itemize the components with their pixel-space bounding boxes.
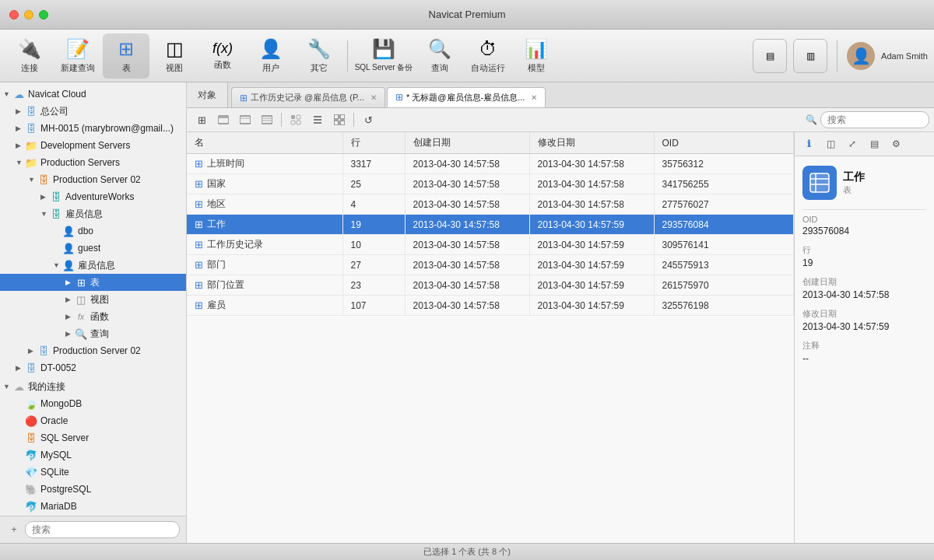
cell-modified: 2013-04-30 14:57:59: [529, 215, 654, 235]
sidebar-item-my-connections[interactable]: ☁ 我的连接: [0, 378, 186, 395]
cell-name: ⊞ 地区: [187, 194, 342, 215]
toolbar-btn-sqlserver-backup[interactable]: 💾 SQL Server 备份: [353, 33, 415, 79]
rp-btn-expand[interactable]: ⤢: [843, 135, 862, 152]
sidebar-item-employee-info-db[interactable]: 🗄 雇员信息: [0, 205, 186, 222]
tab-history-close[interactable]: ✕: [370, 93, 377, 102]
sidebar-item-guest[interactable]: 👤 guest: [0, 240, 186, 257]
sidebar-item-functions[interactable]: fx 函数: [0, 308, 186, 325]
toolbar-btn-model[interactable]: 📊 模型: [513, 33, 560, 79]
row-name-text: 工作: [207, 218, 226, 231]
toolbar-btn-query[interactable]: 🔍 查询: [416, 33, 463, 79]
sidebar-item-dt0052[interactable]: 🗄 DT-0052: [0, 359, 186, 376]
view-toggle-1[interactable]: ▤: [753, 39, 787, 73]
sub-btn-3[interactable]: [257, 110, 277, 129]
sub-btn-grid[interactable]: ⊞: [191, 110, 212, 129]
sidebar-item-dev-servers[interactable]: 📁 Development Servers: [0, 137, 186, 154]
cell-rows: 107: [342, 296, 405, 316]
traffic-lights[interactable]: [9, 10, 48, 19]
table-row[interactable]: ⊞ 部门位置 23 2013-04-30 14:57:58 2013-04-30…: [187, 275, 794, 296]
sub-btn-5[interactable]: [307, 110, 328, 129]
user-label: 用户: [262, 62, 279, 74]
tab-history-label: 工作历史记录 @雇员信息 (P...: [251, 92, 364, 103]
sidebar-item-sql-server[interactable]: 🗄 SQL Server: [0, 429, 186, 446]
row-name-text: 部门位置: [207, 278, 244, 292]
expand-arrow-tables: [65, 278, 75, 286]
table-row[interactable]: ⊞ 上班时间 3317 2013-04-30 14:57:58 2013-04-…: [187, 154, 794, 174]
sidebar-item-dbo[interactable]: 👤 dbo: [0, 222, 186, 240]
toolbar-btn-auto-run[interactable]: ⏱ 自动运行: [465, 33, 511, 79]
sidebar-item-mh0015[interactable]: 🗄 MH-0015 (marybrown@gmail...): [0, 120, 186, 137]
sub-btn-4[interactable]: [286, 110, 306, 129]
sidebar-item-prod-servers[interactable]: 📁 Production Servers: [0, 154, 186, 171]
tab-untitled-close[interactable]: ✕: [531, 93, 537, 102]
sub-btn-6[interactable]: [329, 110, 349, 129]
toolbar-btn-other[interactable]: 🔧 其它: [296, 33, 342, 79]
sidebar-item-views[interactable]: ◫ 视图: [0, 291, 186, 308]
sidebar-item-prod-server-02b[interactable]: 🗄 Production Server 02: [0, 342, 186, 359]
view-toggle-2[interactable]: ▥: [793, 39, 827, 73]
row-name-text: 部门: [207, 258, 226, 271]
rp-btn-info[interactable]: ℹ: [799, 135, 818, 152]
sidebar-search-input[interactable]: [25, 521, 180, 538]
toolbar-btn-new-query[interactable]: 📝 新建查询: [54, 33, 101, 79]
user-icon: 👤: [259, 38, 283, 60]
table-row[interactable]: ⊞ 工作历史记录 10 2013-04-30 14:57:58 2013-04-…: [187, 235, 794, 255]
sidebar-item-label: Production Server 02: [53, 174, 141, 185]
table-row[interactable]: ⊞ 雇员 107 2013-04-30 14:57:58 2013-04-30 …: [187, 296, 794, 316]
tab-history[interactable]: ⊞ 工作历史记录 @雇员信息 (P... ✕: [231, 87, 385, 107]
toolbar-btn-connect[interactable]: 🔌 连接: [6, 33, 53, 79]
sidebar-item-prod-server-02[interactable]: 🗄 Production Server 02: [0, 171, 186, 188]
toolbar-btn-user[interactable]: 👤 用户: [248, 33, 294, 79]
table-row[interactable]: ⊞ 部门 27 2013-04-30 14:57:58 2013-04-30 1…: [187, 255, 794, 275]
table-main: 名 行 创建日期 修改日期 OID ⊞ 上班时间 3317 2013: [187, 132, 794, 543]
row-name-text: 国家: [207, 177, 226, 191]
sidebar-item-label: 我的连接: [28, 380, 65, 394]
expand-arrow-mh0015: [16, 124, 25, 132]
cell-modified: 2013-04-30 14:57:59: [529, 296, 654, 316]
rp-btn-settings[interactable]: ⚙: [887, 135, 905, 152]
tab-history-icon: ⊞: [240, 93, 248, 103]
sidebar-add-icon[interactable]: +: [6, 522, 22, 537]
user-avatar[interactable]: 👤: [847, 42, 875, 70]
table-icon-tables: ⊞: [75, 276, 87, 289]
sidebar-item-mariadb[interactable]: 🐬 MariaDB: [0, 498, 186, 515]
sidebar-item-postgresql[interactable]: 🐘 PostgreSQL: [0, 481, 186, 498]
table-row[interactable]: ⊞ 国家 25 2013-04-30 14:57:58 2013-04-30 1…: [187, 174, 794, 194]
sidebar-item-queries[interactable]: 🔍 查询: [0, 325, 186, 342]
cell-rows: 3317: [342, 154, 405, 174]
sidebar-item-navicat-cloud[interactable]: ☁ Navicat Cloud: [0, 86, 186, 103]
tab-untitled[interactable]: ⊞ * 无标题@雇员信息-雇员信息... ✕: [387, 87, 546, 107]
sidebar-item-employee-schema[interactable]: 👤 雇员信息: [0, 257, 186, 274]
rp-field-comment-label: 注释: [802, 340, 926, 352]
sidebar-item-oracle[interactable]: 🔴 Oracle: [0, 412, 186, 429]
sidebar-item-corp[interactable]: 🗄 总公司: [0, 103, 186, 120]
cell-name: ⊞ 雇员: [187, 296, 342, 316]
svg-rect-9: [291, 121, 295, 124]
cell-oid: 325576198: [654, 296, 794, 316]
sidebar-item-mongodb[interactable]: 🍃 MongoDB: [0, 395, 186, 412]
table-row[interactable]: ⊞ 工作 19 2013-04-30 14:57:58 2013-04-30 1…: [187, 215, 794, 235]
new-query-icon: 📝: [66, 38, 90, 60]
toolbar-btn-table[interactable]: ⊞ 表: [103, 33, 149, 79]
close-button[interactable]: [9, 10, 19, 19]
toolbar-btn-func[interactable]: f(x) 函数: [199, 33, 246, 79]
col-modified: 修改日期: [529, 132, 654, 154]
sidebar-item-sqlite[interactable]: 💎 SQLite: [0, 464, 186, 481]
row-name-text: 地区: [207, 198, 226, 211]
search-input[interactable]: [820, 111, 929, 128]
sidebar-item-tables[interactable]: ⊞ 表: [0, 274, 186, 291]
sub-btn-2[interactable]: [235, 110, 255, 129]
expand-arrow-prod: [16, 159, 25, 166]
sidebar-item-mysql[interactable]: 🐬 MySQL: [0, 446, 186, 464]
sub-btn-refresh[interactable]: ↺: [358, 110, 378, 129]
rp-btn-cols[interactable]: ▤: [865, 135, 883, 152]
right-panel: ℹ ◫ ⤢ ▤ ⚙: [794, 132, 934, 543]
user-name: Adam Smith: [881, 51, 928, 61]
minimize-button[interactable]: [24, 10, 33, 19]
rp-btn-preview[interactable]: ◫: [821, 135, 840, 152]
sub-btn-add[interactable]: [213, 110, 234, 129]
maximize-button[interactable]: [39, 10, 48, 19]
sidebar-item-adventure-works[interactable]: 🗄 AdventureWorks: [0, 188, 186, 205]
toolbar-btn-view[interactable]: ◫ 视图: [151, 33, 198, 79]
table-row[interactable]: ⊞ 地区 4 2013-04-30 14:57:58 2013-04-30 14…: [187, 194, 794, 215]
